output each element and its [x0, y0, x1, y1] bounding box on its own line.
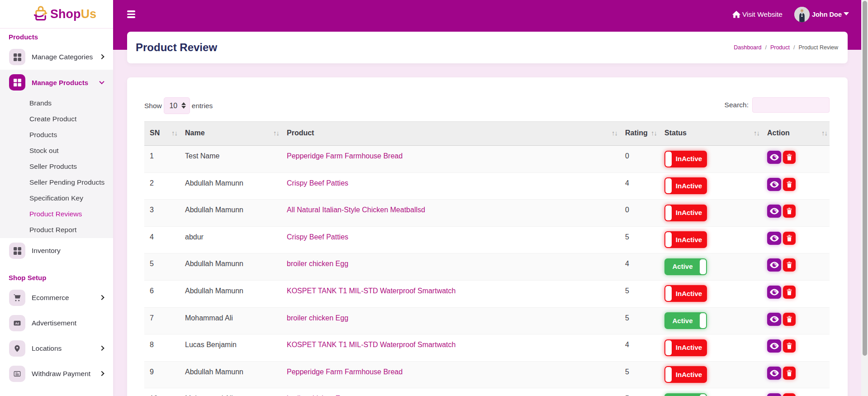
svg-text:Ad: Ad	[15, 322, 19, 325]
